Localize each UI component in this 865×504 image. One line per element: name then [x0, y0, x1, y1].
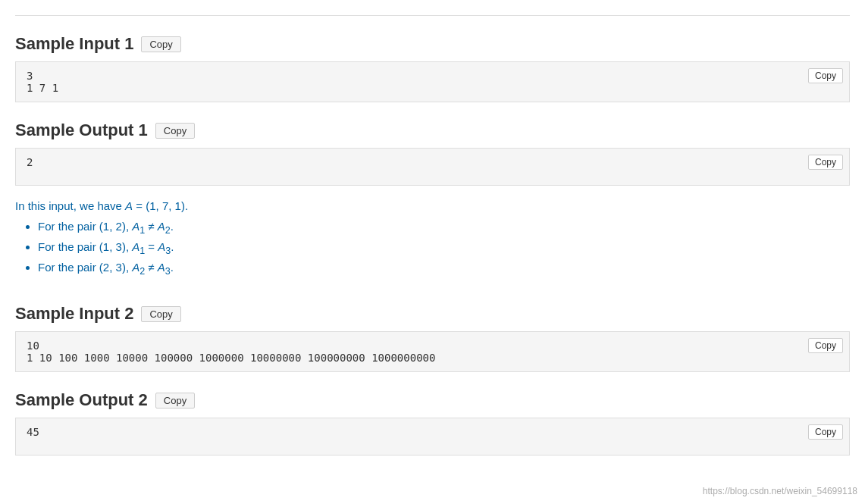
- copy-button-input-2[interactable]: Copy: [141, 306, 180, 322]
- code-box-output-2: Copy 45: [15, 418, 850, 455]
- sample-input-2-title: Sample Input 2 Copy: [15, 304, 850, 324]
- bullet-item: For the pair (2, 3), A2 ≠ A3.: [38, 261, 850, 277]
- code-box-output-1: Copy 2: [15, 148, 850, 186]
- inner-copy-button-input-1[interactable]: Copy: [808, 68, 843, 83]
- code-line: 3: [27, 70, 838, 82]
- sample-output-2-title: Sample Output 2 Copy: [15, 390, 850, 410]
- code-line: 1 10 100 1000 10000 100000 1000000 10000…: [27, 352, 838, 364]
- code-box-input-1: Copy 3 1 7 1: [15, 61, 850, 102]
- inner-copy-button-input-2[interactable]: Copy: [808, 338, 843, 353]
- top-divider: [15, 15, 850, 16]
- inner-copy-button-output-2[interactable]: Copy: [808, 424, 843, 440]
- code-box-input-2: Copy 10 1 10 100 1000 10000 100000 10000…: [15, 331, 850, 372]
- copy-button-output-1[interactable]: Copy: [155, 123, 195, 139]
- section-label: Sample Input 1: [15, 34, 133, 54]
- copy-button-input-1[interactable]: Copy: [141, 36, 180, 52]
- section-label: Sample Input 2: [15, 304, 133, 324]
- code-line: 2: [27, 156, 838, 168]
- code-line: 1 7 1: [27, 82, 838, 94]
- explanation-intro: In this input, we have A = (1, 7, 1).: [15, 199, 850, 212]
- bullet-item: For the pair (1, 3), A1 = A3.: [38, 240, 850, 256]
- sample-input-1-title: Sample Input 1 Copy: [15, 34, 850, 54]
- section-label: Sample Output 1: [15, 121, 148, 140]
- section-label: Sample Output 2: [15, 390, 148, 410]
- code-line: 10: [27, 340, 838, 352]
- bullet-item: For the pair (1, 2), A1 ≠ A2.: [38, 220, 850, 236]
- copy-button-output-2[interactable]: Copy: [155, 393, 195, 409]
- explanation-bullets: For the pair (1, 2), A1 ≠ A2. For the pa…: [38, 220, 850, 277]
- sample-output-1-title: Sample Output 1 Copy: [15, 121, 850, 140]
- footer-link: https://blog.csdn.net/weixin_54699118: [703, 486, 857, 493]
- code-line: 45: [27, 426, 838, 438]
- inner-copy-button-output-1[interactable]: Copy: [808, 155, 843, 170]
